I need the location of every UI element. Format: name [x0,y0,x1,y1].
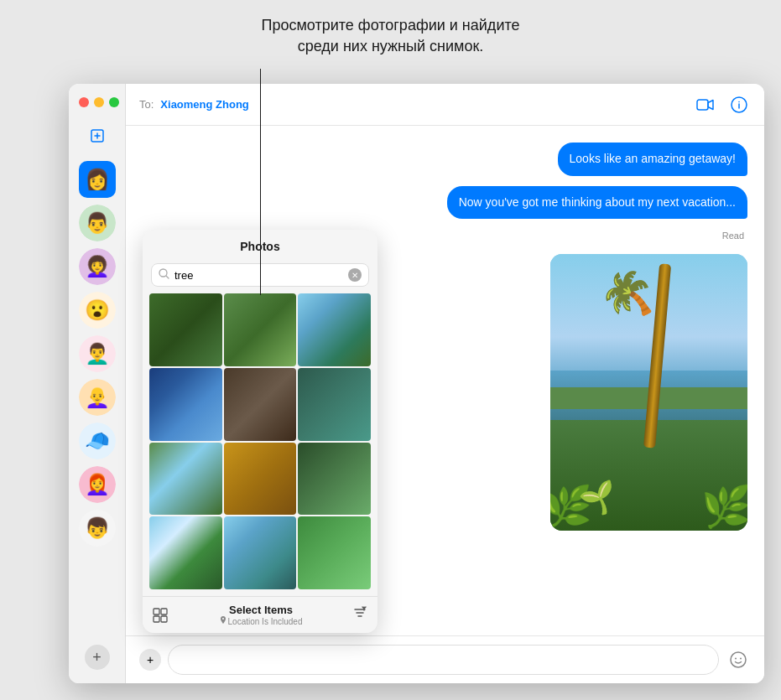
sidebar-item-contact-1[interactable]: 👩 [79,161,116,198]
add-contact-button[interactable]: + [85,645,110,670]
message-row-1: Looks like an amazing getaway! [143,143,747,176]
location-text: Location Is Included [228,617,303,626]
message-bubble-2: Now you've got me thinking about my next… [447,186,747,220]
svg-rect-10 [161,609,167,614]
message-row-2: Now you've got me thinking about my next… [143,186,747,220]
photo-thumb-12[interactable] [298,516,371,589]
chat-header: To: Xiaomeng Zhong [126,84,764,126]
svg-point-3 [738,101,740,102]
app-window: 👩 👨 👩‍🦱 😮 👨‍🦱 👩‍🦲 🧢 👩‍🦰 [69,84,764,683]
tooltip-text: Просмотрите фотографии и найдите среди н… [168,15,613,57]
svg-rect-1 [697,100,708,110]
emoji-button[interactable] [726,647,751,672]
photos-search-input[interactable] [174,269,343,282]
location-icon [220,616,226,626]
photo-thumb-7[interactable] [149,443,222,516]
sidebar-item-contact-8[interactable]: 👩‍🦰 [79,466,116,503]
video-call-icon[interactable] [694,93,717,117]
photo-thumb-5[interactable] [224,368,297,441]
tooltip-line [260,69,261,295]
photo-thumb-11[interactable] [224,516,297,589]
photo-frame: 🌴 🌿 🌿 🌱 [550,254,747,531]
message-bubble-1: Looks like an amazing getaway! [558,143,747,176]
photo-thumb-10[interactable] [149,516,222,589]
to-label: To: [139,98,154,111]
svg-rect-9 [154,616,159,622]
chat-header-left: To: Xiaomeng Zhong [139,98,249,111]
recipient-name: Xiaomeng Zhong [160,98,248,111]
sidebar-item-contact-2[interactable]: 👨 [79,205,116,241]
sort-button[interactable] [352,605,367,625]
tooltip-container: Просмотрите фотографии и найдите среди н… [0,0,781,57]
photo-thumb-3[interactable] [298,293,371,366]
svg-point-4 [731,652,746,667]
attachment-button[interactable]: + [139,649,161,671]
photo-thumb-6[interactable] [298,368,371,441]
photos-footer-center: Select Items Location Is Included [220,604,303,626]
minimize-button[interactable] [94,97,104,107]
photo-thumb-2[interactable] [224,293,297,366]
compose-button[interactable] [84,122,111,149]
clear-search-button[interactable]: ✕ [348,268,362,282]
search-icon [159,268,169,282]
info-icon[interactable] [727,93,751,117]
maximize-button[interactable] [109,97,119,107]
header-icons [694,93,751,117]
sidebar-item-contact-5[interactable]: 👨‍🦱 [79,335,116,372]
sidebar-item-contact-6[interactable]: 👩‍🦲 [79,379,116,416]
photo-frame-inner: 🌴 🌿 🌿 🌱 [550,254,747,531]
sidebar-item-contact-7[interactable]: 🧢 [79,423,116,459]
photo-thumb-4[interactable] [149,368,222,441]
svg-rect-8 [154,609,159,614]
photo-thumb-8[interactable] [224,443,297,516]
sidebar: 👩 👨 👩‍🦱 😮 👨‍🦱 👩‍🦲 🧢 👩‍🦰 [69,84,126,683]
photos-footer: Select Items Location Is Included [143,596,377,633]
message-input[interactable] [168,645,719,675]
svg-point-6 [740,658,742,660]
input-bar: + [126,635,764,683]
svg-rect-11 [161,616,167,622]
photo-thumb-1[interactable] [149,293,222,366]
sidebar-item-contact-4[interactable]: 😮 [79,292,116,329]
svg-point-5 [735,658,737,660]
traffic-lights [69,97,119,107]
select-items-label: Select Items [220,604,303,616]
photos-view-toggle[interactable] [153,608,169,623]
location-label: Location Is Included [220,616,303,626]
sidebar-item-contact-3[interactable]: 👩‍🦱 [79,248,116,285]
chat-content-area: To: Xiaomeng Zhong [126,84,764,683]
sidebar-item-contact-9[interactable]: 👦 [79,510,116,547]
svg-point-12 [222,618,224,620]
photos-grid [143,293,377,596]
close-button[interactable] [79,97,89,107]
photo-thumb-9[interactable] [298,443,371,516]
